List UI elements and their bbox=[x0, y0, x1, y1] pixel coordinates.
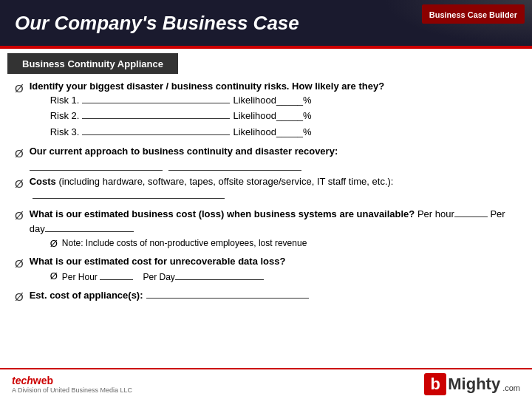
bullet-1-text: Identify your biggest disaster / busines… bbox=[30, 81, 384, 92]
risk-row-1: Risk 1. Likelihood_____% bbox=[50, 93, 517, 107]
bullet-3-text: Costs (including hardware, software, tap… bbox=[30, 176, 394, 187]
bullet-4-content: What is our estimated business cost (los… bbox=[30, 207, 517, 250]
risk-1-likelihood: Likelihood_____% bbox=[233, 94, 311, 107]
header-logo-text: Business Case Builder bbox=[429, 10, 517, 19]
per-hour-field bbox=[454, 207, 488, 217]
bullet-5: Ø What is our estimated cost for unrecov… bbox=[15, 255, 517, 284]
bullet-arrow-3: Ø bbox=[15, 176, 24, 191]
per-hour-label: Per Hour Per Day bbox=[62, 270, 264, 284]
approach-field-1 bbox=[30, 160, 163, 171]
techweb-sub: A Division of United Business Media LLC bbox=[12, 386, 132, 394]
bullet-arrow-2: Ø bbox=[15, 146, 24, 161]
bmighty-dot: .com bbox=[502, 383, 520, 392]
bullet-5-content: What is our estimated cost for unrecover… bbox=[30, 255, 517, 284]
header-logo-area: Business Case Builder bbox=[422, 4, 525, 24]
unrecoverable-per-day-field bbox=[175, 270, 264, 280]
page-header: Our Company's Business Case Business Cas… bbox=[0, 0, 532, 46]
bullet-6: Ø Est. cost of appliance(s): bbox=[15, 288, 517, 304]
bullet-arrow-4: Ø bbox=[15, 208, 24, 223]
bullet-5-sub: Ø Per Hour Per Day bbox=[50, 270, 517, 284]
page-title: Our Company's Business Case bbox=[15, 12, 299, 35]
risk-3-label: Risk 3. bbox=[50, 126, 80, 139]
costs-field bbox=[33, 188, 225, 199]
per-day-field bbox=[45, 222, 134, 232]
bullet-2: Ø Our current approach to business conti… bbox=[15, 145, 517, 171]
risk-row-2: Risk 2. Likelihood_____% bbox=[50, 109, 517, 123]
bullet-4-sub: Ø Note: Include costs of non-productive … bbox=[50, 237, 517, 250]
bullet-6-text: Est. cost of appliance(s): bbox=[30, 290, 309, 301]
main-content: Ø Identify your biggest disaster / busin… bbox=[0, 74, 532, 313]
bullet-arrow-5: Ø bbox=[15, 256, 24, 271]
subtitle-label: Business Continuity Appliance bbox=[22, 58, 163, 69]
risk-3-likelihood: Likelihood_____% bbox=[233, 126, 311, 139]
bullet-5-text: What is our estimated cost for unrecover… bbox=[30, 256, 286, 267]
risk-2-field bbox=[82, 109, 230, 119]
bullet-arrow-6: Ø bbox=[15, 289, 24, 304]
footer-left: techweb A Division of United Business Me… bbox=[12, 375, 132, 394]
risk-1-label: Risk 1. bbox=[50, 94, 80, 107]
risk-2-label: Risk 2. bbox=[50, 109, 80, 123]
bullet-4-text: What is our estimated business cost (los… bbox=[30, 208, 505, 233]
bmighty-logo: b Mighty .com bbox=[424, 373, 520, 395]
bullet-1: Ø Identify your biggest disaster / busin… bbox=[15, 80, 517, 140]
approach-field-2 bbox=[168, 160, 301, 171]
bmighty-b-letter: b bbox=[424, 373, 446, 395]
sub-arrow-5: Ø bbox=[50, 270, 58, 283]
bullet-4: Ø What is our estimated business cost (l… bbox=[15, 207, 517, 250]
subtitle-bar: Business Continuity Appliance bbox=[7, 53, 178, 74]
risk-3-field bbox=[82, 125, 230, 135]
bullet-4-note: Note: Include costs of non-productive em… bbox=[62, 237, 307, 250]
bullet-6-content: Est. cost of appliance(s): bbox=[30, 288, 517, 302]
bullet-3-content: Costs (including hardware, software, tap… bbox=[30, 175, 517, 202]
risk-2-likelihood: Likelihood_____% bbox=[233, 109, 311, 123]
bullet-1-content: Identify your biggest disaster / busines… bbox=[30, 80, 517, 140]
unrecoverable-per-hour-field bbox=[100, 270, 133, 280]
page-footer: techweb A Division of United Business Me… bbox=[0, 368, 532, 399]
bullet-2-content: Our current approach to business continu… bbox=[30, 145, 517, 171]
bullet-2-text: Our current approach to business continu… bbox=[30, 146, 338, 157]
risk-1-field bbox=[82, 93, 230, 103]
bullet-3: Ø Costs (including hardware, software, t… bbox=[15, 175, 517, 202]
techweb-logo: techweb bbox=[12, 375, 132, 386]
appliance-cost-field bbox=[146, 288, 309, 299]
sub-arrow-4: Ø bbox=[50, 237, 58, 250]
risk-row-3: Risk 3. Likelihood_____% bbox=[50, 125, 517, 139]
bullet-arrow-1: Ø bbox=[15, 81, 24, 96]
bmighty-mighty-text: Mighty bbox=[448, 375, 500, 394]
